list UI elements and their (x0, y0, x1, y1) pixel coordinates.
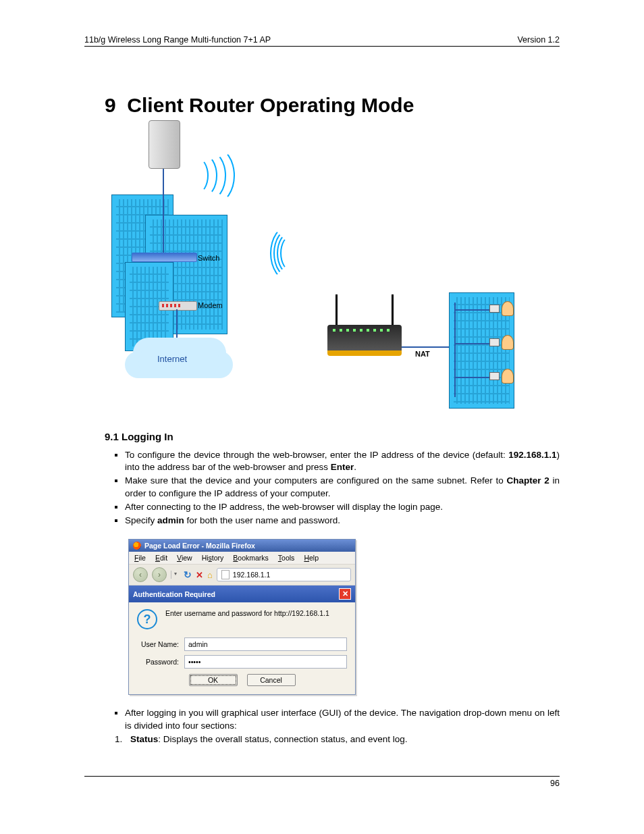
back-button[interactable]: ‹ (133, 567, 148, 582)
password-field[interactable]: ••••• (184, 655, 347, 669)
question-icon: ? (137, 609, 157, 629)
menu-file[interactable]: File (134, 554, 146, 562)
numbered-list: Status: Displays the overall status, con… (105, 733, 560, 746)
auth-dialog-body: ? Enter username and password for http:/… (129, 602, 355, 694)
page-header: 11b/g Wireless Long Range Multi-function… (84, 35, 560, 47)
password-label: Password: (137, 658, 179, 666)
menu-view[interactable]: View (177, 554, 192, 562)
switch-label: Switch (198, 254, 219, 262)
page-footer: 96 (84, 776, 560, 788)
home-icon[interactable]: ⌂ (207, 570, 213, 580)
auth-title: Authentication Required (133, 590, 215, 598)
username-field[interactable]: admin (184, 637, 347, 651)
address-bar[interactable]: 192.168.1.1 (217, 568, 351, 581)
internet-label: Internet (157, 354, 187, 364)
forward-button[interactable]: › (152, 567, 167, 582)
header-left: 11b/g Wireless Long Range Multi-function… (84, 35, 271, 45)
firefox-window: Page Load Error - Mozilla Firefox File E… (128, 539, 356, 695)
window-title: Page Load Error - Mozilla Firefox (144, 542, 255, 550)
auth-dialog-titlebar: Authentication Required ✕ (129, 585, 355, 602)
username-label: User Name: (137, 640, 179, 648)
list-item: Status: Displays the overall status, con… (125, 733, 560, 746)
cancel-button[interactable]: Cancel (247, 674, 296, 686)
bullet-list-1: To configure the device through the web-… (105, 449, 560, 527)
nat-label: NAT (415, 350, 430, 358)
list-item: After connecting to the IP address, the … (125, 501, 560, 513)
menu-edit[interactable]: Edit (155, 554, 167, 562)
reload-icon[interactable]: ↻ (184, 569, 192, 580)
address-text: 192.168.1.1 (233, 571, 270, 579)
window-titlebar: Page Load Error - Mozilla Firefox (129, 540, 355, 552)
menu-tools[interactable]: Tools (278, 554, 295, 562)
menu-bar[interactable]: File Edit View History Bookmarks Tools H… (129, 552, 355, 565)
page-number: 96 (550, 779, 560, 788)
list-item: To configure the device through the web-… (125, 449, 560, 473)
list-item: Make sure that the device and your compu… (125, 475, 560, 499)
menu-help[interactable]: Help (304, 554, 319, 562)
auth-message: Enter username and password for http://1… (165, 609, 329, 617)
stop-icon[interactable]: ✕ (196, 570, 203, 580)
switch-icon (132, 253, 197, 262)
list-item: Specify admin for both the user name and… (125, 515, 560, 527)
list-item: After logging in you will graphical user… (125, 707, 560, 731)
chapter-heading: 9 Client Router Operating Mode (105, 94, 560, 117)
header-right: Version 1.2 (517, 35, 560, 45)
subheading: 9.1 Logging In (105, 431, 560, 442)
bullet-list-2: After logging in you will graphical user… (105, 707, 560, 731)
page-icon (221, 570, 230, 579)
ok-button[interactable]: OK (189, 674, 238, 686)
menu-bookmarks[interactable]: Bookmarks (233, 554, 269, 562)
firefox-icon (133, 542, 141, 550)
modem-icon (159, 301, 197, 311)
menu-history[interactable]: History (202, 554, 224, 562)
access-point-icon (149, 120, 180, 169)
toolbar: ‹ › ▾ ↻ ✕ ⌂ 192.168.1.1 (129, 565, 355, 585)
history-dropdown[interactable]: ▾ (171, 571, 180, 579)
modem-label: Modem (198, 301, 223, 309)
network-diagram: Switch Modem Internet NAT (111, 120, 543, 411)
close-icon[interactable]: ✕ (339, 588, 351, 600)
router-icon (327, 325, 402, 356)
